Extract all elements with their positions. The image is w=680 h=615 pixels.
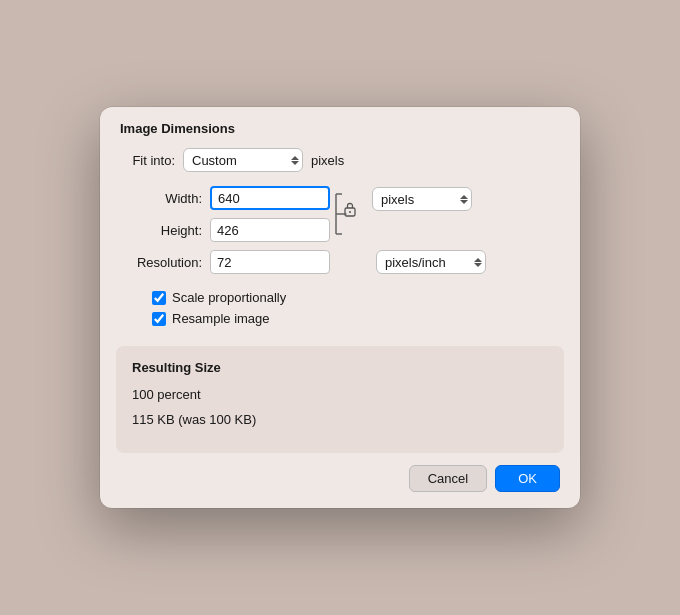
fit-into-select[interactable]: Custom Original Size 1024x768 800x600 64… [183,148,303,172]
scale-proportionally-checkbox[interactable] [152,291,166,305]
fit-into-row: Fit into: Custom Original Size 1024x768 … [120,148,560,172]
ok-button[interactable]: OK [495,465,560,492]
unit-select[interactable]: pixels percent inches cm mm [372,187,472,211]
unit-select-wrapper: pixels percent inches cm mm [372,187,472,211]
height-label: Height: [130,223,202,238]
resulting-size-section: Resulting Size 100 percent 115 KB (was 1… [116,346,564,453]
resample-image-checkbox[interactable] [152,312,166,326]
fit-into-select-wrapper: Custom Original Size 1024x768 800x600 64… [183,148,303,172]
cancel-button[interactable]: Cancel [409,465,487,492]
fields-area: Width: Height: [120,186,560,326]
height-input[interactable] [210,218,330,242]
resolution-row: Resolution: pixels/inch pixels/cm [130,250,560,274]
resolution-unit-spacer: pixels/inch pixels/cm [376,250,486,274]
svg-point-1 [349,211,351,213]
resulting-kb: 115 KB (was 100 KB) [132,412,548,427]
resulting-percent: 100 percent [132,387,548,402]
height-row: Height: [130,218,330,242]
wh-unit-row: Width: Height: [130,186,560,242]
resample-image-label: Resample image [172,311,270,326]
buttons-row: Cancel OK [100,453,580,492]
resample-image-row: Resample image [130,311,560,326]
fit-into-label: Fit into: [120,153,175,168]
scale-proportionally-label: Scale proportionally [172,290,286,305]
fit-into-unit-label: pixels [311,153,344,168]
resulting-size-title: Resulting Size [132,360,548,375]
scale-proportionally-row: Scale proportionally [130,290,560,305]
width-row: Width: [130,186,330,210]
lock-bracket-icon [334,186,356,242]
unit-select-col: pixels percent inches cm mm [372,187,472,211]
resolution-unit-select[interactable]: pixels/inch pixels/cm [376,250,486,274]
resolution-label: Resolution: [130,255,202,270]
wh-inputs: Width: Height: [130,186,330,242]
resolution-unit-select-wrapper: pixels/inch pixels/cm [376,250,486,274]
image-dimensions-dialog: Image Dimensions Fit into: Custom Origin… [100,107,580,508]
image-dimensions-section: Image Dimensions Fit into: Custom Origin… [100,107,580,336]
lock-bracket-col [330,186,360,242]
width-label: Width: [130,191,202,206]
width-input[interactable] [210,186,330,210]
image-dimensions-title: Image Dimensions [120,121,560,136]
resolution-input[interactable] [210,250,330,274]
